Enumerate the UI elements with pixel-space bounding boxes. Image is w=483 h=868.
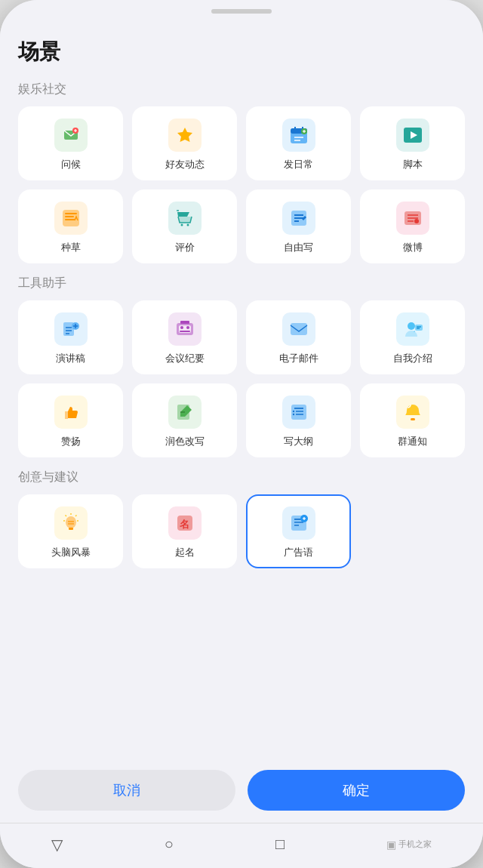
icon-weibo: [396, 202, 429, 235]
icon-praise: [54, 396, 88, 429]
confirm-button[interactable]: 确定: [248, 770, 465, 811]
label-notify: 群通知: [398, 435, 427, 448]
card-rewrite[interactable]: 润色改写: [132, 383, 237, 457]
card-recommend[interactable]: 种草: [18, 189, 123, 263]
icon-outline: [282, 396, 315, 429]
card-email[interactable]: 电子邮件: [246, 300, 351, 374]
svg-point-18: [186, 224, 189, 226]
icon-email: [282, 312, 315, 346]
svg-point-57: [66, 516, 76, 528]
icon-freewrite: [282, 202, 315, 235]
section-entertainment: 娱乐社交: [18, 82, 465, 97]
watermark: ▣ 手机之家: [386, 839, 432, 851]
label-speech: 演讲稿: [56, 352, 85, 365]
card-outline[interactable]: 写大纲: [246, 383, 351, 457]
tools-grid: 演讲稿 会议纪要: [18, 300, 465, 457]
card-intro[interactable]: 自我介绍: [360, 300, 465, 374]
card-slogan[interactable]: 广告语: [246, 494, 351, 568]
label-rewrite: 润色改写: [165, 435, 205, 448]
icon-naming: 名: [168, 506, 202, 540]
icon-rewrite: [168, 396, 202, 429]
card-friends[interactable]: 好友动态: [132, 106, 237, 180]
label-praise: 赞扬: [61, 435, 81, 448]
nav-home-icon[interactable]: ○: [165, 836, 174, 853]
label-intro: 自我介绍: [393, 352, 432, 365]
svg-point-17: [180, 224, 183, 226]
svg-line-61: [65, 516, 66, 517]
content-area: 场景 娱乐社交 问候: [0, 23, 483, 761]
card-notify[interactable]: 群通知: [360, 383, 465, 457]
label-friends: 好友动态: [165, 158, 205, 171]
svg-marker-4: [177, 128, 192, 142]
svg-rect-42: [291, 323, 307, 335]
icon-recommend: [54, 202, 88, 235]
card-script[interactable]: 脚本: [360, 106, 465, 180]
creative-grid: 头脑风暴 名 起名: [18, 494, 465, 568]
icon-daily: [282, 119, 315, 152]
icon-brainstorm: [54, 506, 88, 540]
label-daily: 发日常: [284, 158, 313, 171]
icon-review: [168, 202, 202, 235]
status-bar: [0, 0, 483, 23]
nav-back-icon[interactable]: ▽: [51, 836, 63, 854]
label-review: 评价: [175, 241, 195, 254]
icon-intro: [396, 312, 429, 346]
svg-point-54: [292, 411, 294, 412]
card-praise[interactable]: 赞扬: [18, 383, 123, 457]
card-greeting[interactable]: 问候: [18, 106, 123, 180]
cancel-button[interactable]: 取消: [18, 770, 235, 811]
svg-rect-40: [180, 331, 190, 332]
svg-rect-41: [180, 321, 189, 324]
icon-friends: [168, 119, 202, 152]
icon-greeting: [54, 119, 88, 152]
icon-speech: [54, 312, 88, 346]
card-freewrite[interactable]: 自由写: [246, 189, 351, 263]
nav-recent-icon[interactable]: □: [275, 836, 285, 853]
icon-notify: [396, 396, 429, 429]
svg-rect-58: [69, 528, 73, 530]
svg-rect-44: [415, 325, 423, 331]
svg-point-38: [180, 326, 183, 329]
icon-slogan: [282, 506, 315, 540]
card-review[interactable]: 评价: [132, 189, 237, 263]
label-script: 脚本: [403, 158, 423, 171]
label-recommend: 种草: [61, 241, 81, 254]
card-brainstorm[interactable]: 头脑风暴: [18, 494, 123, 568]
svg-point-39: [186, 326, 189, 329]
label-brainstorm: 头脑风暴: [51, 546, 91, 559]
svg-text:名: 名: [179, 519, 189, 530]
page-title: 场景: [18, 38, 465, 66]
label-greeting: 问候: [61, 158, 81, 171]
label-weibo: 微博: [403, 241, 423, 254]
label-outline: 写大纲: [284, 435, 313, 448]
svg-line-60: [75, 516, 77, 517]
label-slogan: 广告语: [284, 546, 313, 559]
empty-cell: [360, 494, 465, 568]
label-meeting: 会议纪要: [165, 352, 205, 365]
card-meeting[interactable]: 会议纪要: [132, 300, 237, 374]
label-naming: 起名: [175, 546, 195, 559]
icon-meeting: [168, 312, 202, 346]
section-tools: 工具助手: [18, 275, 465, 291]
svg-point-43: [408, 322, 415, 330]
entertainment-grid: 问候 好友动态: [18, 106, 465, 263]
icon-script: [396, 119, 429, 152]
svg-rect-56: [411, 418, 415, 420]
svg-point-55: [292, 414, 294, 415]
phone-frame: 场景 娱乐社交 问候: [0, 0, 483, 868]
card-weibo[interactable]: 微博: [360, 189, 465, 263]
label-email: 电子邮件: [279, 352, 318, 365]
card-naming[interactable]: 名 起名: [132, 494, 237, 568]
card-speech[interactable]: 演讲稿: [18, 300, 123, 374]
section-creative: 创意与建议: [18, 469, 465, 485]
card-daily[interactable]: 发日常: [246, 106, 351, 180]
notch: [211, 9, 272, 14]
svg-point-28: [414, 219, 419, 223]
label-freewrite: 自由写: [284, 241, 313, 254]
bottom-actions: 取消 确定: [0, 761, 483, 823]
nav-bar: ▽ ○ □ ▣ 手机之家: [0, 823, 483, 868]
